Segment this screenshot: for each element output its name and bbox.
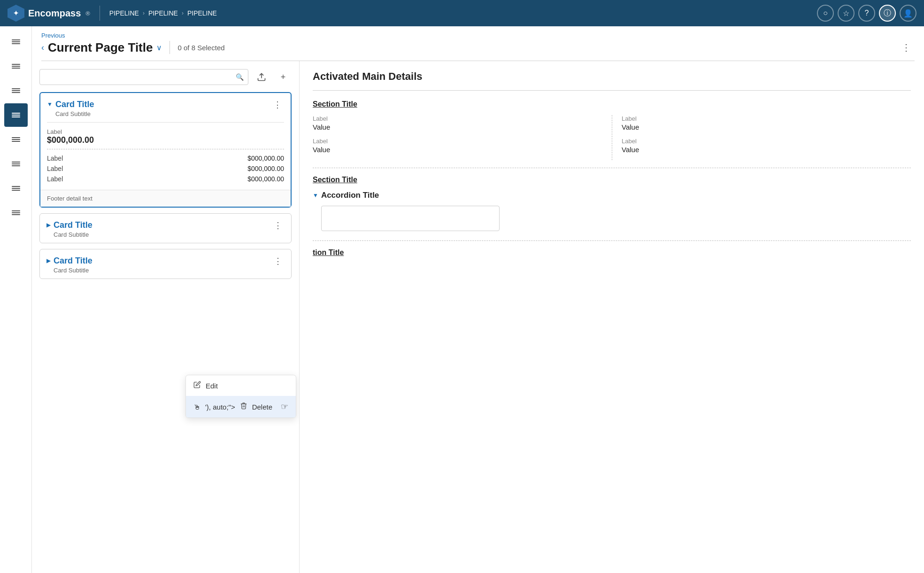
card-1-menu-button[interactable]: ⋮ <box>271 100 284 110</box>
sidebar-item-5[interactable] <box>4 128 28 151</box>
selected-count: 0 of 8 Selected <box>177 44 224 52</box>
card-1-row-1: Label $000,000.00 <box>47 153 284 163</box>
sidebar <box>0 26 32 573</box>
card-2-toggle-icon[interactable]: ▶ <box>46 222 51 228</box>
field-1-1-label: Label <box>313 115 602 122</box>
title-chevron-icon[interactable]: ∨ <box>156 43 162 52</box>
right-panel: Activated Main Details Section Title Lab… <box>300 61 924 573</box>
two-panel: 🔍 + ▼ C <box>32 61 924 573</box>
field-1-2-label: Label <box>313 138 602 145</box>
accordion-content <box>321 206 911 233</box>
selection-total-value: 8 <box>192 44 195 52</box>
field-2-1: Label Value <box>622 115 911 131</box>
page-header: Previous ‹ Current Page Title ∨ 0 of 8 S… <box>32 26 924 61</box>
delete-icon <box>240 402 247 411</box>
right-panel-divider <box>313 90 911 91</box>
section-3: tion Title <box>313 248 911 257</box>
section-1: Section Title Label Value Label Value <box>313 100 911 160</box>
section-1-col-2: Label Value Label Value <box>612 115 911 160</box>
context-menu-edit[interactable]: Edit <box>186 375 296 396</box>
help-icon-button[interactable]: ? <box>858 5 875 22</box>
sidebar-item-3[interactable] <box>4 79 28 102</box>
sidebar-item-1[interactable] <box>4 30 28 54</box>
content-area: Previous ‹ Current Page Title ∨ 0 of 8 S… <box>32 26 924 573</box>
user-icon-button[interactable]: 👤 <box>900 5 916 22</box>
more-options-button[interactable]: ⋮ <box>898 40 915 55</box>
selection-count-value: 0 <box>177 44 181 52</box>
section-2-title: Section Title <box>313 176 911 184</box>
card-1-footer: Footer detail text <box>40 190 291 207</box>
sidebar-item-6[interactable] <box>4 152 28 176</box>
card-1-row-2: Label $000,000.00 <box>47 163 284 174</box>
breadcrumb-sep-1: › <box>143 10 145 16</box>
card-3-title[interactable]: Card Title <box>54 256 272 266</box>
list-icon-6 <box>12 162 20 166</box>
list-icon-5 <box>12 137 20 142</box>
breadcrumb: PIPELINE › PIPELINE › PIPELINE <box>109 9 217 17</box>
sidebar-item-8[interactable] <box>4 201 28 225</box>
section-2: Section Title ▼ Accordion Title <box>313 176 911 233</box>
card-1-body: Label $000,000.00 Label $000,000.00 Labe… <box>40 123 291 190</box>
card-1-title[interactable]: Card Title <box>55 100 271 109</box>
card-3-toggle-icon[interactable]: ▶ <box>46 257 51 264</box>
search-input[interactable] <box>39 69 248 85</box>
accordion-textarea[interactable] <box>321 206 500 231</box>
card-3: ▶ Card Title Card Subtitle ⋮ <box>39 249 292 279</box>
right-panel-title: Activated Main Details <box>313 70 911 83</box>
field-2-1-value: Value <box>622 123 911 131</box>
list-icon-8 <box>12 210 20 215</box>
field-2-2: Label Value <box>622 138 911 154</box>
top-nav: ✦ Encompass ® PIPELINE › PIPELINE › PIPE… <box>0 0 924 26</box>
card-1-dashed-divider <box>47 149 284 149</box>
accordion-title: Accordion Title <box>321 191 379 200</box>
page-header-title-row: ‹ Current Page Title ∨ 0 of 8 Selected ⋮ <box>41 40 915 61</box>
section-3-title: tion Title <box>313 248 911 257</box>
breadcrumb-item-1[interactable]: PIPELINE <box>109 9 139 17</box>
header-divider <box>169 41 170 54</box>
nav-right: ○ ☆ ? ⓘ 👤 <box>817 5 916 22</box>
circle-icon-button[interactable]: ○ <box>817 5 834 22</box>
card-2-title[interactable]: Card Title <box>54 220 272 230</box>
section-2-divider <box>313 240 911 241</box>
context-menu-delete[interactable]: 🖱'), auto;"> Delete ☞ <box>186 396 296 418</box>
field-1-2-value: Value <box>313 146 602 154</box>
sidebar-item-2[interactable] <box>4 54 28 78</box>
nav-divider <box>100 6 100 21</box>
left-panel: 🔍 + ▼ C <box>32 61 300 573</box>
section-1-col-1: Label Value Label Value <box>313 115 612 160</box>
card-1-row-1-value: $000,000.00 <box>247 155 284 162</box>
breadcrumb-sep-2: › <box>182 10 184 16</box>
card-2-menu-button[interactable]: ⋮ <box>272 220 285 231</box>
add-button[interactable]: + <box>275 69 292 85</box>
card-2-title-group: Card Title Card Subtitle <box>54 220 272 238</box>
edit-icon <box>193 381 201 390</box>
search-row: 🔍 + <box>39 69 292 85</box>
card-1-main-value: Label $000,000.00 <box>47 128 284 145</box>
field-2-1-label: Label <box>622 115 911 122</box>
card-1-row-2-label: Label <box>47 165 63 172</box>
sidebar-item-7[interactable] <box>4 177 28 200</box>
card-1-title-group: Card Title Card Subtitle <box>55 100 271 117</box>
card-2-header: ▶ Card Title Card Subtitle ⋮ <box>40 214 291 243</box>
card-1-toggle-icon[interactable]: ▼ <box>47 101 53 108</box>
card-1-row-3-value: $000,000.00 <box>247 175 284 183</box>
logo-text: Encompass <box>28 8 81 19</box>
export-button[interactable] <box>253 69 270 85</box>
card-3-header: ▶ Card Title Card Subtitle ⋮ <box>40 249 291 279</box>
info-icon-button[interactable]: ⓘ <box>879 5 896 22</box>
back-arrow-icon[interactable]: ‹ <box>41 43 44 53</box>
breadcrumb-item-3[interactable]: PIPELINE <box>187 9 217 17</box>
sidebar-item-4[interactable] <box>4 103 28 127</box>
card-1-row-1-label: Label <box>47 155 63 162</box>
card-3-menu-button[interactable]: ⋮ <box>272 256 285 266</box>
selected-word: Selected <box>197 44 224 52</box>
section-1-title: Section Title <box>313 100 911 108</box>
search-input-wrap: 🔍 <box>39 69 248 85</box>
breadcrumb-item-2[interactable]: PIPELINE <box>148 9 178 17</box>
back-link[interactable]: Previous <box>41 32 915 39</box>
accordion-toggle-icon[interactable]: ▼ <box>313 192 318 199</box>
star-icon-button[interactable]: ☆ <box>838 5 855 22</box>
card-1-header: ▼ Card Title Card Subtitle ⋮ <box>40 93 291 122</box>
card-1-row-2-value: $000,000.00 <box>247 165 284 172</box>
context-menu: Edit 🖱'), auto;"> Delete <box>185 375 296 418</box>
